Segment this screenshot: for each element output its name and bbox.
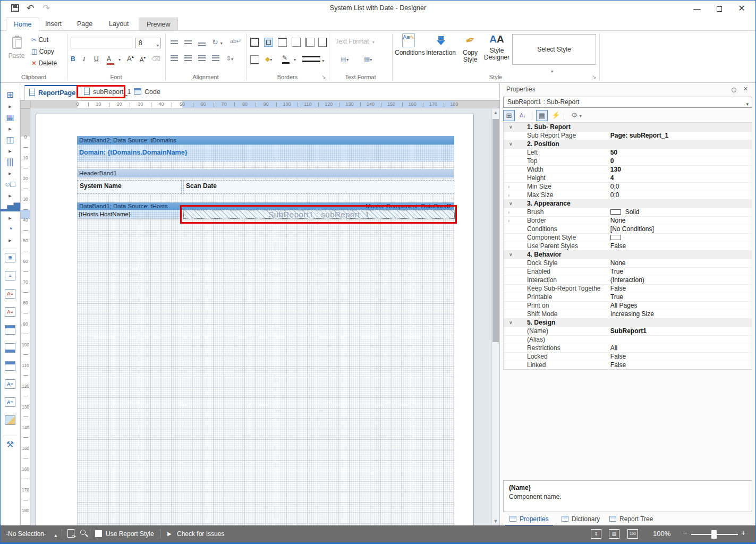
tools-icon[interactable]: ⚒ [1, 437, 20, 455]
expander-icon[interactable]: › [508, 183, 509, 191]
select-style-box[interactable]: Select Style [512, 34, 596, 65]
italic-button[interactable]: I [83, 55, 85, 66]
alphabetical-sort-icon[interactable]: A↓ [517, 110, 529, 121]
property-row[interactable]: Dock StyleNone [504, 259, 752, 267]
clone-more-icon[interactable]: ▶ [1, 149, 20, 154]
right-border-icon[interactable] [318, 38, 327, 48]
scroll-down-icon[interactable]: ▼ [492, 518, 499, 524]
panel-tab-properties[interactable]: Properties [505, 513, 553, 526]
check-for-issues-icon[interactable]: ▶ [167, 530, 172, 538]
font-color-button[interactable]: A [107, 55, 114, 66]
databand2-content[interactable]: Domain: {tDomains.DomainName} [77, 144, 454, 162]
barcode-icon[interactable]: |||▶ [1, 155, 20, 173]
panel-icon[interactable] [1, 359, 20, 377]
page-header-band-icon[interactable] [1, 322, 20, 341]
font-color-caret[interactable]: ▾ [118, 55, 121, 66]
property-section-header[interactable]: ∨3. Appearance [504, 199, 752, 208]
scroll-up-icon[interactable]: ▲ [492, 110, 499, 115]
tab-preview[interactable]: Preview [139, 18, 178, 31]
component-more-icon[interactable]: ▶ [1, 105, 20, 109]
fill-color-button[interactable]: ◆▾ [265, 55, 272, 66]
outer-borders-icon[interactable] [264, 38, 273, 48]
table-more-icon[interactable]: ▶ [1, 127, 20, 131]
paste-button[interactable]: Paste [5, 33, 28, 60]
shrink-font-button[interactable]: A▾ [140, 55, 146, 66]
use-report-style-checkbox[interactable] [95, 530, 102, 537]
gauge-icon[interactable]: ◔▶ [1, 222, 20, 240]
header-band-icon[interactable]: ≡ [1, 268, 20, 286]
borders-dialog-launcher[interactable]: ↘ [321, 74, 326, 80]
property-row[interactable]: Print onAll Pages [504, 301, 752, 310]
property-section-header[interactable]: ∨2. Position [504, 140, 752, 148]
databand2-header[interactable]: DataBand2; Data Source: tDomains [77, 136, 454, 144]
property-row[interactable]: PrintableTrue [504, 293, 752, 301]
barcode-more-icon[interactable]: ▶ [1, 172, 20, 176]
property-row[interactable]: ›BrushSolid [504, 208, 752, 216]
domain-textbox[interactable]: Domain: {tDomains.DomainName} [79, 149, 188, 156]
property-row[interactable]: RestrictionsAll [504, 344, 752, 352]
panel-close-icon[interactable]: ✕ [743, 86, 748, 92]
chevron-down-icon[interactable]: ∨ [509, 250, 513, 259]
delete-button[interactable]: ✕ Delete [31, 60, 57, 70]
chart-icon[interactable]: ▂▅▇▶ [1, 199, 20, 217]
tab-layout[interactable]: Layout [101, 18, 137, 31]
zoom-slider-thumb[interactable] [711, 530, 717, 539]
property-row[interactable]: Shift ModeIncreasing Size [504, 310, 752, 318]
style-designer-button[interactable]: AA StyleDesigner [483, 33, 511, 61]
chevron-down-icon[interactable]: ∨ [509, 140, 513, 148]
header-cell-scan-date[interactable]: Scan Date [183, 180, 454, 194]
text-icon[interactable]: A≡ [1, 377, 20, 395]
magnifier-icon[interactable] [80, 530, 86, 535]
zoom-out-button[interactable]: − [683, 529, 687, 537]
zoom-page-height-icon[interactable]: ⇕ [591, 529, 601, 539]
line-spacing-button[interactable]: ⇕▾ [226, 55, 233, 65]
align-right-icon[interactable] [198, 55, 206, 66]
property-row[interactable]: Width130 [504, 165, 752, 174]
databand1-header[interactable]: DataBand1; Data Source: tHosts Master Co… [77, 202, 454, 210]
expander-icon[interactable]: › [508, 217, 509, 225]
vertical-ruler[interactable]: 0102030405060708090100110120130140150160… [20, 108, 30, 525]
property-row[interactable]: Top0 [504, 157, 752, 165]
group-band-icon[interactable]: A≡ [1, 304, 20, 322]
property-section-header[interactable]: ∨5. Design [504, 318, 752, 327]
bottom-border-icon[interactable] [250, 55, 259, 66]
property-row[interactable]: (Name)SubReport1 [504, 327, 752, 335]
settings-gear-icon[interactable]: ⚙ ▾ [568, 110, 585, 121]
all-borders-icon[interactable] [250, 38, 259, 48]
word-wrap-icon[interactable]: ab↵ [230, 38, 241, 48]
component-selector-dropdown[interactable]: SubReport1 : Sub-Report▾ [503, 97, 752, 108]
property-section-header[interactable]: ∨1. Sub- Report [504, 123, 752, 131]
property-row[interactable]: LockedFalse [504, 352, 752, 361]
component-icon[interactable]: ⊞▶ [1, 88, 20, 106]
property-row[interactable]: Interaction(Interaction) [504, 276, 752, 284]
property-row[interactable]: Conditions[No Conditions] [504, 225, 752, 233]
zoom-whole-page-icon[interactable]: ▤ [609, 529, 619, 539]
property-grid-view-icon[interactable]: ▤ [536, 110, 548, 121]
property-row[interactable]: Height4 [504, 174, 752, 182]
design-canvas[interactable]: DataBand2; Data Source: tDomains Domain:… [30, 108, 499, 525]
canvas-vertical-scrollbar[interactable]: ▲ ▼ [491, 108, 499, 525]
close-button[interactable]: ✕ [731, 1, 752, 16]
check-for-issues-label[interactable]: Check for Issues [177, 530, 224, 538]
copy-style-button[interactable]: ✒ CopyStyle [458, 33, 482, 63]
property-section-header[interactable]: ∨4. Behavior [504, 250, 752, 259]
subreport-component[interactable]: SubReport1 : subReport_1 [183, 210, 455, 219]
property-row[interactable]: ›BorderNone [504, 216, 752, 225]
property-row[interactable]: Sub Report PagePage: subReport_1 [504, 131, 752, 140]
zoom-in-button[interactable]: + [741, 529, 745, 537]
shape-icon[interactable]: ○□▶ [1, 177, 20, 195]
expander-icon[interactable]: › [508, 191, 509, 199]
selection-caret-icon[interactable]: ▲ [54, 532, 58, 540]
border-style-button[interactable]: ▾ [302, 56, 324, 66]
page-grid[interactable]: DataBand2; Data Source: tDomains Domain:… [77, 136, 454, 525]
align-justify-icon[interactable] [212, 55, 219, 66]
property-row[interactable]: EnabledTrue [504, 267, 752, 276]
property-row[interactable]: Keep Sub-Report TogetherFalse [504, 284, 752, 293]
panel-tab-report-tree[interactable]: Report Tree [605, 513, 657, 526]
align-top-icon[interactable] [171, 38, 178, 49]
refresh-page-icon[interactable] [67, 529, 74, 538]
clear-format-icon[interactable]: ⌫ [151, 55, 160, 66]
chevron-down-icon[interactable]: ∨ [509, 199, 513, 208]
text-format-dropdown[interactable]: Text Format ▾ [335, 38, 375, 48]
conditions-button[interactable]: A≡✎ Conditions [395, 33, 422, 56]
